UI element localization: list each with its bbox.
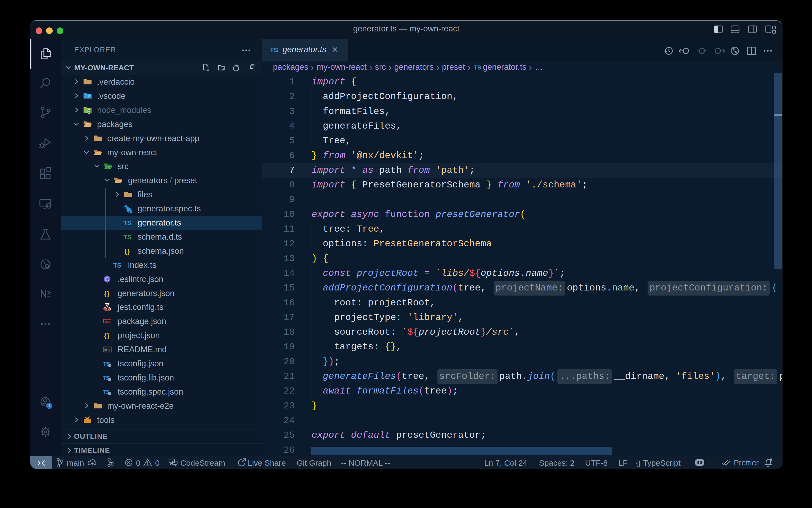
svg-text:npm: npm bbox=[104, 320, 110, 323]
svg-text:TS: TS bbox=[113, 262, 122, 269]
svg-text:TS: TS bbox=[128, 210, 132, 213]
svg-text:JS: JS bbox=[88, 110, 90, 113]
svg-text:{}: {} bbox=[104, 332, 110, 339]
svg-text:{}: {} bbox=[125, 248, 130, 255]
svg-text:TS: TS bbox=[270, 46, 278, 53]
svg-text:TS: TS bbox=[124, 219, 132, 226]
svg-text:TS: TS bbox=[124, 234, 132, 241]
svg-text:TS: TS bbox=[474, 65, 481, 71]
svg-text:1: 1 bbox=[48, 404, 50, 409]
svg-text:M: M bbox=[104, 348, 107, 352]
svg-text:{}: {} bbox=[104, 290, 110, 297]
